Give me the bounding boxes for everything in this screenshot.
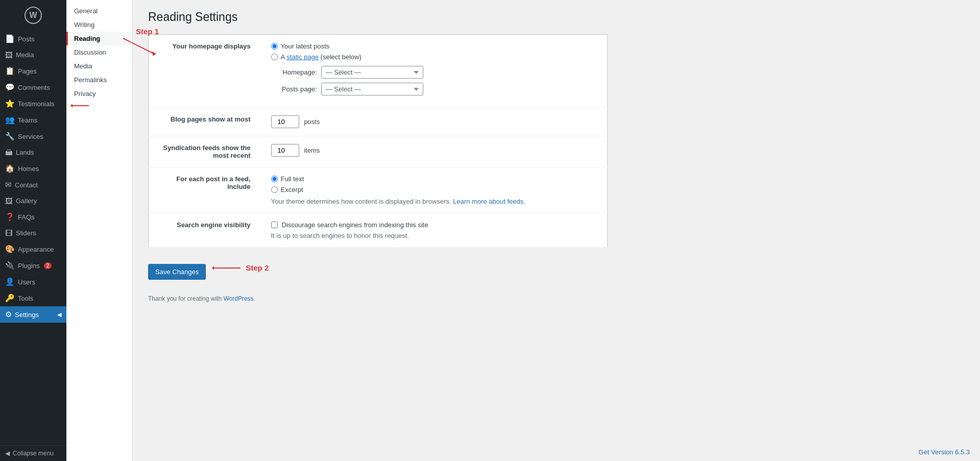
sidebar-item-plugins[interactable]: 🔌 Plugins 2 [0,257,66,274]
posts-page-select-label: Posts page: [271,85,317,93]
sliders-icon: 🎞 [5,229,13,237]
option-latest-posts: Your latest posts [271,42,597,50]
sidebar-item-users[interactable]: 👤 Users [0,274,66,290]
blog-pages-input[interactable] [271,115,299,128]
homepage-select-row: Homepage: — Select — [271,66,597,79]
sidebar-item-gallery[interactable]: 🖼 Gallery [0,193,66,209]
sidebar-item-label: Appearance [18,246,54,253]
sidebar-item-label: Lands [16,149,34,156]
homepage-displays-row: Your homepage displays Step 1 Your lates… [149,35,608,108]
step2-label: Step 2 [246,263,269,272]
feed-info-link[interactable]: Learn more about feeds [453,198,523,205]
testimonials-icon: ⭐ [5,99,15,108]
teams-icon: 👥 [5,115,15,125]
sub-sidebar-item-permalinks[interactable]: Permalinks [66,73,132,87]
blog-pages-row: Blog pages show at most posts [149,108,608,136]
static-page-link[interactable]: static page [286,53,319,61]
search-engine-checkbox[interactable] [271,222,278,228]
sidebar-item-lands[interactable]: 🏔 Lands [0,144,66,160]
syndication-row: Syndication feeds show the most recent i… [149,136,608,167]
static-page-suffix: (select below) [321,53,362,61]
faqs-icon: ❓ [5,212,15,222]
sidebar-item-label: Plugins [18,262,40,270]
syndication-value: items [261,136,608,167]
syndication-input[interactable] [271,144,299,157]
comments-icon: 💬 [5,83,15,92]
services-icon: 🔧 [5,132,15,141]
settings-sub-sidebar: General Writing Reading Discussion Media… [66,0,133,461]
full-text-label[interactable]: Full text [281,175,304,183]
sidebar-item-label: Users [18,278,35,286]
sidebar-item-tools[interactable]: 🔑 Tools [0,290,66,306]
posts-page-select[interactable]: — Select — [321,83,423,95]
sidebar-item-testimonials[interactable]: ⭐ Testimonials [0,95,66,112]
svg-text:W: W [29,11,37,19]
sidebar-item-homes[interactable]: 🏠 Homes [0,160,66,177]
sidebar-item-label: Tools [18,295,33,302]
full-text-radio[interactable] [271,176,278,182]
blog-pages-label: Blog pages show at most [149,108,261,136]
sidebar-item-pages[interactable]: 📋 Pages [0,63,66,79]
sidebar-item-label: Sliders [16,229,36,237]
version-link[interactable]: Get Version 6.5.3 [919,448,970,456]
blog-pages-unit: posts [304,118,320,126]
excerpt-radio[interactable] [271,186,278,193]
sidebar-item-posts[interactable]: 📄 Posts [0,31,66,47]
save-section: Save Changes Step 2 [148,256,965,280]
option-excerpt: Excerpt [271,186,597,193]
posts-icon: 📄 [5,34,15,43]
homepage-select-label: Homepage: [271,68,317,76]
search-engine-label: Search engine visibility [149,213,261,248]
plugins-badge: 2 [44,262,52,269]
sidebar-item-label: Services [18,133,43,140]
sidebar-item-teams[interactable]: 👥 Teams [0,112,66,128]
sidebar-item-label: Testimonials [18,100,55,108]
homepage-select[interactable]: — Select — [321,66,423,79]
collapse-menu-button[interactable]: ◀ Collapse menu [0,445,66,461]
wordpress-logo: W [0,0,66,31]
collapse-label: Collapse menu [13,450,54,457]
excerpt-label[interactable]: Excerpt [281,186,303,193]
search-engine-checkbox-label[interactable]: Discourage search engines from indexing … [282,221,428,229]
option-static-page: A static page (select below) [271,53,597,61]
step1-label: Step 1 [136,27,159,36]
search-engine-options: Discourage search engines from indexing … [261,213,608,248]
save-button[interactable]: Save Changes [148,264,206,280]
step2-arrow-icon [212,264,243,272]
posts-page-select-row: Posts page: — Select — [271,83,597,95]
feed-info-text: Your theme determines how content is dis… [271,198,597,205]
sub-sidebar-item-general[interactable]: General [66,4,132,18]
sidebar-item-settings[interactable]: ⚙ Settings ◀ [0,306,66,323]
sidebar-item-faqs[interactable]: ❓ FAQs [0,209,66,225]
static-page-radio[interactable] [271,54,278,60]
sidebar-item-comments[interactable]: 💬 Comments [0,79,66,95]
sidebar-item-label: Contact [15,181,38,189]
lands-icon: 🏔 [5,148,13,157]
sidebar-item-sliders[interactable]: 🎞 Sliders [0,225,66,241]
sidebar-item-contact[interactable]: ✉ Contact [0,177,66,193]
feed-include-row: For each post in a feed, include Full te… [149,167,608,213]
gallery-icon: 🖼 [5,197,13,205]
feed-include-label: For each post in a feed, include [149,167,261,213]
page-title: Reading Settings [148,10,965,24]
footer-text: Thank you for creating with WordPress. [148,295,965,302]
latest-posts-radio[interactable] [271,43,278,50]
sidebar-item-appearance[interactable]: 🎨 Appearance [0,241,66,257]
syndication-label: Syndication feeds show the most recent [149,136,261,167]
sidebar-item-label: Settings [15,311,39,319]
footer-link[interactable]: WordPress [223,295,253,302]
media-icon: 🖼 [5,51,13,59]
latest-posts-label[interactable]: Your latest posts [281,42,330,50]
static-page-label[interactable]: A static page (select below) [281,53,362,61]
sub-sidebar-item-media[interactable]: Media [66,59,132,73]
feed-include-options: Full text Excerpt Your theme determines … [261,167,608,213]
tools-icon: 🔑 [5,294,15,303]
sub-sidebar-item-privacy[interactable]: Privacy [66,87,132,101]
svg-line-4 [123,38,154,54]
contact-icon: ✉ [5,180,12,189]
sidebar-item-label: Posts [18,35,35,43]
sidebar-item-media[interactable]: 🖼 Media [0,47,66,63]
svg-marker-3 [70,104,73,108]
homepage-displays-label: Your homepage displays Step 1 [149,35,261,108]
sidebar-item-services[interactable]: 🔧 Services [0,128,66,144]
